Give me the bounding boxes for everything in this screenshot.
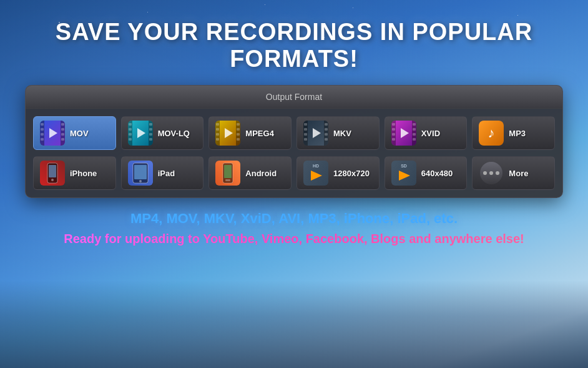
hd720-label: 1280x720 [333,169,370,178]
iphone-icon [40,161,65,186]
format-button-mp3[interactable]: ♪ MP3 [472,116,555,150]
android-label: Android [245,169,277,178]
svg-point-69 [139,180,142,182]
sd480-label: 640x480 [421,169,453,178]
svg-rect-28 [216,128,219,131]
svg-rect-21 [149,133,152,136]
ipad-label: iPad [158,169,175,178]
svg-rect-54 [392,138,395,141]
svg-rect-29 [216,133,219,136]
svg-rect-20 [149,128,152,131]
main-title-section: SAVE YOUR RECORDINGS IN POPULAR FORMATS! [0,0,588,72]
format-button-ipad[interactable]: iPad [121,156,204,190]
svg-rect-5 [41,133,44,136]
format-button-mov[interactable]: MOV [33,116,116,150]
svg-rect-9 [61,133,64,136]
svg-rect-15 [129,123,132,126]
formats-row-1: MOV [33,116,555,150]
more-label: More [509,169,528,178]
more-icon [479,161,504,186]
xvid-label: XVID [421,129,440,138]
formats-grid: MOV [26,109,562,197]
format-button-hd720[interactable]: HD 1280x720 [296,156,380,190]
svg-rect-7 [61,123,64,126]
svg-rect-18 [129,138,132,141]
mkv-label: MKV [333,129,351,138]
svg-point-65 [51,179,54,181]
format-button-mkv[interactable]: MKV [296,116,380,150]
svg-rect-8 [61,128,64,131]
mp3-label: MP3 [509,129,526,138]
bottom-text-section: MP4, MOV, MKV, XviD, AVI, MP3, iPhone, i… [0,211,588,246]
sd480-icon: SD [391,161,416,186]
svg-rect-39 [304,123,307,126]
svg-rect-43 [325,123,328,126]
mov-icon [40,121,65,146]
format-button-android[interactable]: Android [208,156,292,190]
hd720-icon: HD [303,161,328,186]
svg-rect-19 [149,123,152,126]
svg-rect-17 [129,133,132,136]
svg-rect-73 [225,179,230,181]
svg-text:HD: HD [313,164,319,168]
svg-rect-30 [216,138,219,141]
svg-rect-56 [413,128,416,131]
mov-label: MOV [70,129,89,138]
format-button-sd480[interactable]: SD 640x480 [385,156,468,190]
svg-rect-32 [237,128,240,131]
movlq-label: MOV-LQ [158,129,190,138]
svg-rect-57 [413,133,416,136]
svg-rect-45 [325,133,328,136]
svg-rect-42 [304,138,307,141]
svg-rect-58 [413,138,416,141]
android-icon [215,161,240,186]
main-title: SAVE YOUR RECORDINGS IN POPULAR FORMATS! [0,19,588,72]
svg-rect-3 [41,123,44,126]
svg-rect-55 [413,123,416,126]
svg-rect-68 [134,165,147,179]
format-button-more[interactable]: More [472,156,555,190]
svg-rect-64 [49,165,56,177]
svg-rect-34 [237,138,240,141]
svg-rect-40 [304,128,307,131]
svg-rect-46 [325,138,328,141]
format-button-mpeg4[interactable]: MPEG4 [208,116,292,150]
mp3-icon: ♪ [479,121,504,146]
svg-rect-10 [61,138,64,141]
svg-rect-16 [129,128,132,131]
svg-text:♪: ♪ [488,125,495,141]
mkv-icon [303,121,328,146]
iphone-label: iPhone [70,169,97,178]
format-button-movlq[interactable]: MOV-LQ [121,116,204,150]
svg-point-82 [489,171,493,175]
svg-rect-4 [41,128,44,131]
svg-rect-41 [304,133,307,136]
svg-rect-51 [392,123,395,126]
output-format-panel: Output Format [25,85,563,198]
movlq-icon [128,121,153,146]
svg-rect-22 [149,138,152,141]
format-button-iphone[interactable]: iPhone [33,156,116,190]
svg-text:SD: SD [401,164,407,168]
xvid-icon [391,121,416,146]
format-button-xvid[interactable]: XVID [385,116,468,150]
svg-rect-6 [41,138,44,141]
svg-point-81 [483,171,487,175]
svg-rect-52 [392,128,395,131]
svg-rect-31 [237,123,240,126]
svg-rect-27 [216,123,219,126]
svg-rect-72 [224,165,232,178]
formats-supported-text: MP4, MOV, MKV, XviD, AVI, MP3, iPhone, i… [12,211,576,227]
panel-header: Output Format [26,86,562,109]
ipad-icon [128,161,153,186]
svg-rect-53 [392,133,395,136]
svg-rect-33 [237,133,240,136]
formats-row-2: iPhone [33,156,555,190]
mpeg4-label: MPEG4 [245,129,274,138]
svg-point-83 [496,171,499,175]
svg-rect-44 [325,128,328,131]
mpeg4-icon [215,121,240,146]
upload-platforms-text: Ready for uploading to YouTube, Vimeo, F… [12,232,576,246]
